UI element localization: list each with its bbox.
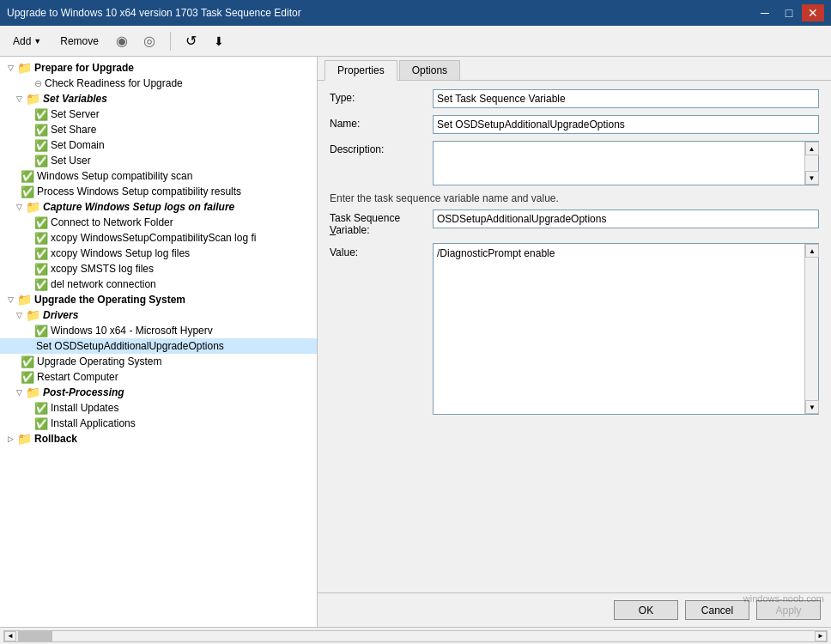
variable-input[interactable] bbox=[433, 210, 819, 228]
type-label: Type: bbox=[330, 89, 433, 104]
folder-icon-rollback: 📁 bbox=[17, 432, 32, 446]
description-input[interactable] bbox=[434, 142, 804, 185]
tree-label-set-osd: Set OSDSetupAdditionalUpgradeOptions bbox=[36, 340, 224, 352]
tree-label-connect: Connect to Network Folder bbox=[51, 216, 173, 228]
toolbar: Add ▼ Remove ◉ ◎ ↺ ⬇ bbox=[0, 26, 831, 57]
tree-panel[interactable]: ▽ 📁 Prepare for Upgrade ⊖ Check Readines… bbox=[0, 57, 318, 627]
check-icon-updates: ✅ bbox=[34, 402, 48, 415]
desc-scroll-up[interactable]: ▲ bbox=[805, 142, 819, 155]
tree-item-set-domain[interactable]: ✅ Set Domain bbox=[0, 137, 317, 153]
tree-label-updates: Install Updates bbox=[51, 402, 118, 414]
expand-icon-setvars[interactable]: ▽ bbox=[12, 94, 26, 103]
tree-item-xcopy-compat[interactable]: ✅ xcopy WindowsSetupCompatibilityScan lo… bbox=[0, 230, 317, 246]
expand-icon-prepare[interactable]: ▽ bbox=[3, 64, 17, 72]
tree-item-set-variables[interactable]: ▽ 📁 Set Variables bbox=[0, 91, 317, 106]
add-label: Add bbox=[13, 35, 31, 47]
folder-icon-upgrade: 📁 bbox=[17, 293, 32, 307]
title-controls: ─ □ ✕ bbox=[754, 4, 824, 21]
tree-item-capture-logs[interactable]: ▽ 📁 Capture Windows Setup logs on failur… bbox=[0, 199, 317, 215]
maximize-button[interactable]: □ bbox=[778, 4, 800, 21]
description-wrapper: ▲ ▼ bbox=[433, 141, 819, 185]
expand-icon-drivers[interactable]: ▽ bbox=[12, 311, 26, 319]
tab-properties[interactable]: Properties bbox=[325, 60, 397, 81]
tree-item-process-compat[interactable]: ✅ Process Windows Setup compatibility re… bbox=[0, 184, 317, 199]
horizontal-scrollbar[interactable]: ◄ ► bbox=[3, 630, 828, 642]
group-icon-drivers: 📁 bbox=[26, 308, 40, 322]
value-scroll-down[interactable]: ▼ bbox=[805, 400, 819, 414]
minimize-button[interactable]: ─ bbox=[754, 4, 776, 21]
desc-scroll-down[interactable]: ▼ bbox=[805, 171, 819, 185]
import-button[interactable]: ⬇ bbox=[209, 31, 229, 52]
tree-item-restart[interactable]: ✅ Restart Computer bbox=[0, 369, 317, 385]
tree-label-del: del network connection bbox=[51, 278, 156, 290]
tab-options[interactable]: Options bbox=[399, 60, 460, 80]
name-row: Name: bbox=[330, 115, 819, 134]
check-icon-server: ✅ bbox=[34, 108, 48, 121]
check-icon-restart: ✅ bbox=[21, 371, 34, 384]
circle-up-button[interactable]: ◉ bbox=[112, 31, 132, 52]
scroll-left-arrow[interactable]: ◄ bbox=[4, 631, 16, 641]
check-icon-xcopy-setup: ✅ bbox=[34, 247, 48, 260]
tree-item-install-apps[interactable]: ✅ Install Applications bbox=[0, 416, 317, 431]
title-bar: Upgrade to Windows 10 x64 version 1703 T… bbox=[0, 0, 831, 26]
tree-item-hyperv[interactable]: ✅ Windows 10 x64 - Microsoft Hyperv bbox=[0, 323, 317, 338]
tree-label-rollback: Rollback bbox=[34, 433, 77, 445]
tree-label-xcopy-smsts: xcopy SMSTS log files bbox=[51, 263, 154, 275]
title-text: Upgrade to Windows 10 x64 version 1703 T… bbox=[7, 7, 301, 19]
tree-item-set-server[interactable]: ✅ Set Server bbox=[0, 106, 317, 122]
expand-icon-capture[interactable]: ▽ bbox=[12, 203, 26, 211]
tree-item-connect-network[interactable]: ✅ Connect to Network Folder bbox=[0, 215, 317, 230]
check-icon-del: ✅ bbox=[34, 278, 48, 291]
variable-row: Task Sequence Variable: bbox=[330, 210, 819, 236]
add-dropdown-arrow: ▼ bbox=[33, 37, 41, 46]
tree-item-del-network[interactable]: ✅ del network connection bbox=[0, 276, 317, 292]
tree-item-upgrade-task[interactable]: ✅ Upgrade Operating System bbox=[0, 354, 317, 369]
tree-label-check: Check Readiness for Upgrade bbox=[45, 77, 183, 89]
form-area: Type: Name: Description: bbox=[318, 81, 831, 592]
tree-item-install-updates[interactable]: ✅ Install Updates bbox=[0, 400, 317, 416]
props-panel: Properties Options Type: Name: bbox=[318, 57, 831, 627]
variable-input-wrapper bbox=[433, 210, 819, 228]
tree-item-upgrade-os[interactable]: ▽ 📁 Upgrade the Operating System bbox=[0, 292, 317, 307]
ok-button[interactable]: OK bbox=[614, 600, 678, 620]
value-scroll-up[interactable]: ▲ bbox=[805, 244, 819, 258]
type-input-wrapper bbox=[433, 89, 819, 108]
tree-label-upgrade-task: Upgrade Operating System bbox=[37, 355, 161, 368]
type-input[interactable] bbox=[433, 89, 819, 108]
expand-icon-post[interactable]: ▽ bbox=[12, 388, 26, 397]
add-button[interactable]: Add ▼ bbox=[7, 33, 47, 50]
tree-item-set-user[interactable]: ✅ Set User bbox=[0, 153, 317, 168]
scroll-right-arrow[interactable]: ► bbox=[815, 631, 827, 641]
scroll-thumb[interactable] bbox=[18, 631, 52, 641]
circle-down-button[interactable]: ◎ bbox=[139, 31, 160, 52]
close-button[interactable]: ✕ bbox=[802, 4, 824, 21]
tree-label-share: Set Share bbox=[51, 124, 96, 136]
value-input[interactable]: /DiagnosticPrompt enable bbox=[434, 244, 804, 414]
remove-button[interactable]: Remove bbox=[54, 33, 105, 50]
tree-label-process: Process Windows Setup compatibility resu… bbox=[37, 185, 241, 197]
refresh-button[interactable]: ↺ bbox=[181, 31, 202, 52]
tree-item-set-share[interactable]: ✅ Set Share bbox=[0, 122, 317, 137]
tree-item-prepare[interactable]: ▽ 📁 Prepare for Upgrade bbox=[0, 60, 317, 76]
expand-icon-upgrade[interactable]: ▽ bbox=[3, 295, 17, 304]
tree-item-post-processing[interactable]: ▽ 📁 Post-Processing bbox=[0, 385, 317, 400]
tree-item-drivers[interactable]: ▽ 📁 Drivers bbox=[0, 307, 317, 323]
value-label: Value: bbox=[330, 243, 433, 258]
group-icon-setvars: 📁 bbox=[26, 92, 40, 106]
tree-item-check-readiness[interactable]: ⊖ Check Readiness for Upgrade bbox=[0, 76, 317, 91]
tree-item-xcopy-smsts[interactable]: ✅ xcopy SMSTS log files bbox=[0, 261, 317, 276]
tree-label-domain: Set Domain bbox=[51, 139, 105, 151]
check-icon-share: ✅ bbox=[34, 124, 48, 137]
tree-item-rollback[interactable]: ▷ 📁 Rollback bbox=[0, 431, 317, 447]
expand-icon-rollback[interactable]: ▷ bbox=[3, 434, 17, 443]
watermark: windows-noob.com bbox=[737, 592, 831, 605]
tree-item-compat-scan[interactable]: ✅ Windows Setup compatibility scan bbox=[0, 168, 317, 184]
type-row: Type: bbox=[330, 89, 819, 108]
group-icon-post: 📁 bbox=[26, 386, 40, 399]
name-input[interactable] bbox=[433, 115, 819, 134]
check-icon-user: ✅ bbox=[34, 155, 48, 167]
tree-item-set-osd[interactable]: Set OSDSetupAdditionalUpgradeOptions bbox=[0, 338, 317, 354]
tree-label-upgrade: Upgrade the Operating System bbox=[34, 294, 185, 306]
tree-item-xcopy-setup[interactable]: ✅ xcopy Windows Setup log files bbox=[0, 246, 317, 261]
check-icon-hyperv: ✅ bbox=[34, 325, 48, 337]
